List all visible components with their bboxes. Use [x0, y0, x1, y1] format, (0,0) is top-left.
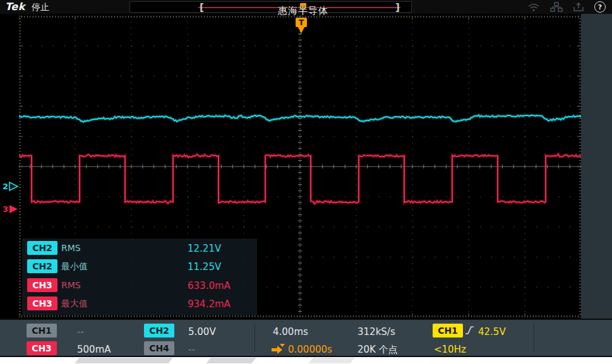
trigger-flag-label: T — [299, 18, 304, 27]
measurement-row: CH2 最小值 11.25V — [22, 259, 257, 276]
ch3-scale-button[interactable]: CH3 — [27, 341, 57, 355]
side-menu-panel — [581, 14, 612, 319]
bottom-status-bar: CH1 -- CH2 5.00V CH3 500mA CH4 -- 4.00ms… — [0, 319, 612, 357]
page-artifact — [206, 358, 256, 363]
ch3-badge: CH3 — [27, 296, 57, 310]
measurement-label: 最小值 — [61, 261, 88, 273]
help-icon[interactable]: ? — [594, 1, 606, 13]
window-bracket-left: [ — [200, 2, 204, 13]
ch3-ground-marker[interactable]: 3 — [2, 204, 19, 214]
vendor-watermark: 惠海半导体 — [278, 5, 328, 17]
page-artifact — [75, 358, 172, 363]
measurement-value: 633.0mA — [188, 280, 231, 291]
measurement-panel: CH2 RMS 12.21V CH2 最小值 11.25V CH3 RMS 63… — [22, 238, 257, 315]
trigger-frequency-readout: <10Hz — [434, 344, 466, 355]
measurement-label: RMS — [61, 243, 81, 253]
horizontal-position-icon — [272, 344, 285, 355]
export-icon[interactable] — [573, 2, 584, 12]
measurement-value: 934.2mA — [188, 298, 231, 310]
network-icon — [550, 2, 563, 12]
ch3-scale-value: 500mA — [77, 344, 111, 355]
ch3-badge: CH3 — [27, 278, 57, 292]
measurement-row: CH2 RMS 12.21V — [22, 241, 257, 257]
wifi-icon — [527, 2, 540, 12]
statusbar-divider — [534, 324, 534, 352]
ch2-badge: CH2 — [27, 259, 57, 273]
ch2-ground-marker[interactable]: 2 — [2, 181, 19, 192]
acquisition-preview-bar: [ ] — [129, 1, 412, 13]
trigger-source-button[interactable]: CH1 — [433, 324, 463, 338]
ch1-scale-value: -- — [77, 326, 84, 338]
measurement-label: RMS — [61, 280, 81, 290]
statusbar-divider — [255, 324, 255, 352]
sample-rate-readout: 312kS/s — [357, 326, 395, 338]
measurement-label: 最大值 — [61, 298, 88, 310]
trigger-position-flag[interactable]: T — [294, 17, 308, 35]
oscilloscope-screenshot: Tek 停止 [ ] — [0, 0, 612, 364]
ch2-marker-label: 2 — [3, 182, 8, 191]
ch2-scale-button[interactable]: CH2 — [144, 324, 174, 338]
page-artifact — [308, 358, 354, 363]
measurement-value: 11.25V — [188, 261, 221, 273]
measurement-value: 12.21V — [188, 243, 221, 254]
ch2-scale-value: 5.00V — [188, 326, 216, 338]
ch1-scale-button[interactable]: CH1 — [27, 324, 57, 338]
ch3-marker-label: 3 — [3, 204, 8, 214]
window-bracket-right: ] — [395, 2, 400, 13]
timebase-readout: 4.00ms — [273, 326, 308, 338]
record-length-readout: 20K 个点 — [357, 344, 398, 356]
tek-logo: Tek — [5, 1, 25, 13]
trigger-level-readout: 42.5V — [478, 326, 506, 338]
ch4-scale-button[interactable]: CH4 — [144, 341, 174, 355]
measurement-row: CH3 RMS 633.0mA — [22, 278, 257, 295]
page-background-strip — [0, 357, 612, 364]
ch2-badge: CH2 — [27, 241, 57, 255]
ch4-scale-value: -- — [188, 344, 195, 355]
horizontal-position-readout: 0.00000s — [288, 344, 332, 355]
trigger-slope-rising-icon — [465, 326, 474, 336]
acquisition-status: 停止 — [32, 2, 49, 13]
measurement-row: CH3 最大值 934.2mA — [22, 296, 257, 313]
